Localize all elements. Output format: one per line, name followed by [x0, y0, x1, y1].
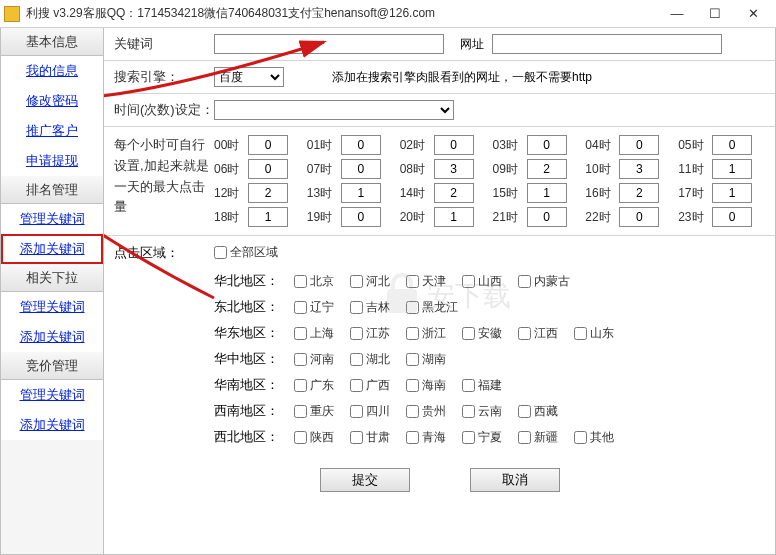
region-checkbox[interactable]: 江西 — [518, 325, 558, 342]
region-checkbox[interactable]: 云南 — [462, 403, 502, 420]
region-checkbox-input[interactable] — [462, 431, 475, 444]
hour-input[interactable] — [341, 183, 381, 203]
region-checkbox[interactable]: 陕西 — [294, 429, 334, 446]
region-checkbox-input[interactable] — [518, 405, 531, 418]
sidebar-item[interactable]: 申请提现 — [1, 146, 103, 176]
region-checkbox[interactable]: 贵州 — [406, 403, 446, 420]
hour-input[interactable] — [712, 183, 752, 203]
sidebar-item[interactable]: 推广客户 — [1, 116, 103, 146]
sidebar-item[interactable]: 添加关键词 — [1, 410, 103, 440]
region-checkbox[interactable]: 天津 — [406, 273, 446, 290]
region-checkbox[interactable]: 河南 — [294, 351, 334, 368]
region-checkbox-input[interactable] — [294, 431, 307, 444]
hour-input[interactable] — [434, 135, 474, 155]
region-checkbox[interactable]: 广西 — [350, 377, 390, 394]
region-checkbox-input[interactable] — [294, 327, 307, 340]
hour-input[interactable] — [619, 207, 659, 227]
region-checkbox[interactable]: 西藏 — [518, 403, 558, 420]
region-checkbox[interactable]: 北京 — [294, 273, 334, 290]
hour-input[interactable] — [248, 159, 288, 179]
region-checkbox[interactable]: 海南 — [406, 377, 446, 394]
hour-input[interactable] — [527, 135, 567, 155]
region-checkbox[interactable]: 黑龙江 — [406, 299, 458, 316]
region-checkbox-input[interactable] — [294, 405, 307, 418]
hour-input[interactable] — [434, 159, 474, 179]
region-checkbox-input[interactable] — [406, 301, 419, 314]
region-checkbox[interactable]: 甘肃 — [350, 429, 390, 446]
hour-input[interactable] — [434, 207, 474, 227]
region-checkbox-input[interactable] — [518, 431, 531, 444]
region-checkbox[interactable]: 安徽 — [462, 325, 502, 342]
region-checkbox-input[interactable] — [294, 353, 307, 366]
region-checkbox[interactable]: 浙江 — [406, 325, 446, 342]
region-checkbox[interactable]: 江苏 — [350, 325, 390, 342]
hour-input[interactable] — [712, 135, 752, 155]
region-checkbox[interactable]: 广东 — [294, 377, 334, 394]
region-checkbox[interactable]: 内蒙古 — [518, 273, 570, 290]
hour-input[interactable] — [619, 159, 659, 179]
region-checkbox-input[interactable] — [462, 327, 475, 340]
hour-input[interactable] — [527, 159, 567, 179]
region-checkbox[interactable]: 山西 — [462, 273, 502, 290]
region-checkbox[interactable]: 河北 — [350, 273, 390, 290]
hour-input[interactable] — [341, 135, 381, 155]
hour-input[interactable] — [527, 207, 567, 227]
region-checkbox-input[interactable] — [350, 275, 363, 288]
hour-input[interactable] — [341, 207, 381, 227]
hour-input[interactable] — [434, 183, 474, 203]
time-select[interactable] — [214, 100, 454, 120]
region-checkbox-input[interactable] — [462, 275, 475, 288]
hour-input[interactable] — [712, 207, 752, 227]
all-regions-checkbox[interactable]: 全部区域 — [214, 244, 278, 261]
sidebar-item[interactable]: 添加关键词 — [1, 322, 103, 352]
region-checkbox[interactable]: 山东 — [574, 325, 614, 342]
region-checkbox[interactable]: 福建 — [462, 377, 502, 394]
region-checkbox[interactable]: 上海 — [294, 325, 334, 342]
keyword-input[interactable] — [214, 34, 444, 54]
region-checkbox[interactable]: 四川 — [350, 403, 390, 420]
region-checkbox-input[interactable] — [406, 405, 419, 418]
region-checkbox-input[interactable] — [574, 431, 587, 444]
hour-input[interactable] — [248, 135, 288, 155]
region-checkbox[interactable]: 宁夏 — [462, 429, 502, 446]
sidebar-item[interactable]: 管理关键词 — [1, 380, 103, 410]
maximize-button[interactable]: ☐ — [696, 1, 734, 27]
region-checkbox[interactable]: 辽宁 — [294, 299, 334, 316]
region-checkbox[interactable]: 湖北 — [350, 351, 390, 368]
region-checkbox-input[interactable] — [518, 275, 531, 288]
region-checkbox-input[interactable] — [350, 379, 363, 392]
hour-input[interactable] — [248, 183, 288, 203]
hour-input[interactable] — [619, 135, 659, 155]
sidebar-item[interactable]: 添加关键词 — [1, 234, 103, 264]
hour-input[interactable] — [527, 183, 567, 203]
sidebar-item[interactable]: 我的信息 — [1, 56, 103, 86]
close-button[interactable]: ✕ — [734, 1, 772, 27]
submit-button[interactable]: 提交 — [320, 468, 410, 492]
region-checkbox[interactable]: 青海 — [406, 429, 446, 446]
minimize-button[interactable]: — — [658, 1, 696, 27]
region-checkbox-input[interactable] — [406, 275, 419, 288]
hour-input[interactable] — [248, 207, 288, 227]
region-checkbox-input[interactable] — [406, 379, 419, 392]
region-checkbox[interactable]: 新疆 — [518, 429, 558, 446]
region-checkbox-input[interactable] — [462, 379, 475, 392]
hour-input[interactable] — [341, 159, 381, 179]
region-checkbox[interactable]: 湖南 — [406, 351, 446, 368]
region-checkbox[interactable]: 吉林 — [350, 299, 390, 316]
region-checkbox-input[interactable] — [294, 379, 307, 392]
cancel-button[interactable]: 取消 — [470, 468, 560, 492]
region-checkbox-input[interactable] — [406, 431, 419, 444]
hour-input[interactable] — [712, 159, 752, 179]
region-checkbox-input[interactable] — [574, 327, 587, 340]
engine-select[interactable]: 百度 — [214, 67, 284, 87]
region-checkbox-input[interactable] — [350, 327, 363, 340]
region-checkbox-input[interactable] — [350, 431, 363, 444]
hour-input[interactable] — [619, 183, 659, 203]
sidebar-item[interactable]: 管理关键词 — [1, 204, 103, 234]
region-checkbox-input[interactable] — [350, 301, 363, 314]
region-checkbox[interactable]: 其他 — [574, 429, 614, 446]
all-regions-input[interactable] — [214, 246, 227, 259]
region-checkbox-input[interactable] — [406, 353, 419, 366]
region-checkbox-input[interactable] — [294, 275, 307, 288]
region-checkbox[interactable]: 重庆 — [294, 403, 334, 420]
